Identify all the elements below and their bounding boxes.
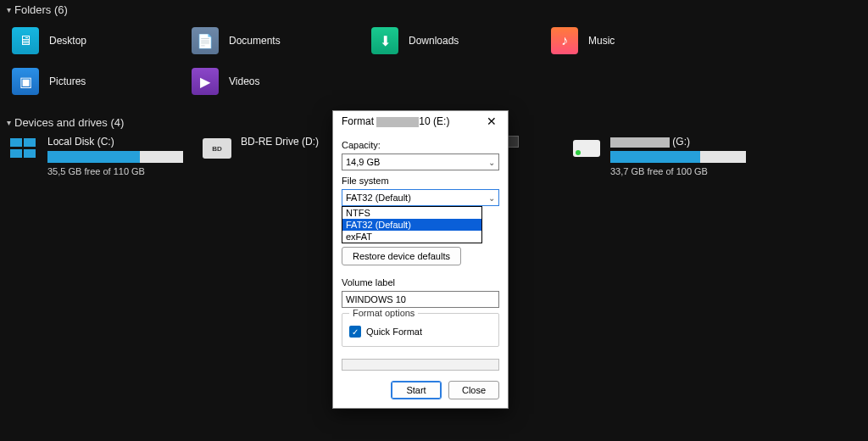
chevron-down-icon: ⌄ (488, 158, 495, 167)
folders-header-label: Folders (6) (14, 3, 68, 16)
volume-label-input[interactable] (342, 291, 499, 308)
videos-icon: ▶ (192, 68, 219, 95)
documents-icon: 📄 (192, 27, 219, 54)
folder-label: Videos (229, 75, 259, 87)
capacity-select[interactable]: 14,9 GB ⌄ (342, 154, 499, 170)
drive-name: Local Disk (C:) (47, 136, 183, 148)
chevron-down-icon: ▾ (7, 5, 11, 14)
folder-label: Downloads (409, 35, 459, 47)
folder-pictures[interactable]: ▣ Pictures (12, 64, 192, 99)
capacity-value: 14,9 GB (346, 157, 380, 167)
folders-section-header[interactable]: ▾ Folders (6) (0, 0, 868, 20)
capacity-label: Capacity: (342, 140, 499, 150)
quick-format-checkbox[interactable]: ✓ Quick Format (349, 326, 492, 338)
filesystem-dropdown: NTFS FAT32 (Default) exFAT (342, 206, 482, 243)
pictures-icon: ▣ (12, 68, 39, 95)
folders-grid: 🖥 Desktop 📄 Documents ⬇ Downloads ♪ Musi… (0, 20, 868, 113)
folder-music[interactable]: ♪ Music (551, 23, 731, 59)
folder-label: Pictures (49, 75, 86, 87)
drive-usage-bar (610, 151, 746, 163)
folder-downloads[interactable]: ⬇ Downloads (371, 23, 551, 59)
filesystem-label: File system (342, 176, 499, 186)
fs-option-ntfs[interactable]: NTFS (342, 207, 481, 219)
devices-header-label: Devices and drives (4) (14, 116, 124, 129)
drive-g[interactable]: (G:) 33,7 GB free of 100 GB (571, 136, 749, 176)
drive-free-text: 33,7 GB free of 100 GB (610, 166, 746, 176)
format-dialog: Format 10 (E:) ✕ Capacity: 14,9 GB ⌄ Fil… (332, 110, 509, 409)
chevron-down-icon: ⌄ (488, 193, 495, 203)
checkbox-checked-icon: ✓ (349, 326, 361, 338)
drive-usage-bar (47, 151, 183, 163)
optical-drive-icon: BD (202, 136, 232, 161)
music-icon: ♪ (551, 27, 578, 54)
folder-videos[interactable]: ▶ Videos (192, 64, 371, 99)
filesystem-select[interactable]: FAT32 (Default) ⌄ (342, 189, 499, 206)
format-options-legend: Format options (349, 308, 418, 318)
drive-free-text: 35,5 GB free of 110 GB (47, 166, 183, 176)
folder-desktop[interactable]: 🖥 Desktop (12, 23, 192, 59)
close-icon[interactable]: ✕ (482, 114, 501, 128)
dialog-title: Format 10 (E:) (342, 115, 449, 127)
desktop-icon: 🖥 (12, 27, 39, 54)
drive-name: (G:) (610, 136, 746, 148)
close-button[interactable]: Close (448, 381, 499, 399)
quick-format-label: Quick Format (366, 327, 422, 337)
start-button[interactable]: Start (391, 381, 442, 399)
fs-option-exfat[interactable]: exFAT (342, 231, 481, 243)
hdd-icon (571, 136, 602, 161)
downloads-icon: ⬇ (371, 27, 398, 54)
folder-label: Desktop (49, 35, 86, 47)
folder-label: Music (588, 35, 615, 47)
format-progress-bar (342, 359, 499, 371)
drive-name: BD-RE Drive (D:) (241, 136, 319, 148)
restore-defaults-button[interactable]: Restore device defaults (342, 247, 461, 265)
fs-option-fat32[interactable]: FAT32 (Default) (342, 219, 481, 231)
folder-documents[interactable]: 📄 Documents (192, 23, 371, 59)
drive-c[interactable]: Local Disk (C:) 35,5 GB free of 110 GB (8, 136, 186, 176)
format-options-group: Format options ✓ Quick Format (342, 313, 499, 347)
chevron-down-icon: ▾ (7, 118, 11, 127)
dialog-titlebar[interactable]: Format 10 (E:) ✕ (333, 111, 508, 133)
filesystem-value: FAT32 (Default) (346, 193, 411, 203)
folder-label: Documents (229, 35, 281, 47)
windows-drive-icon (8, 136, 39, 161)
volume-label-caption: Volume label (342, 277, 499, 287)
